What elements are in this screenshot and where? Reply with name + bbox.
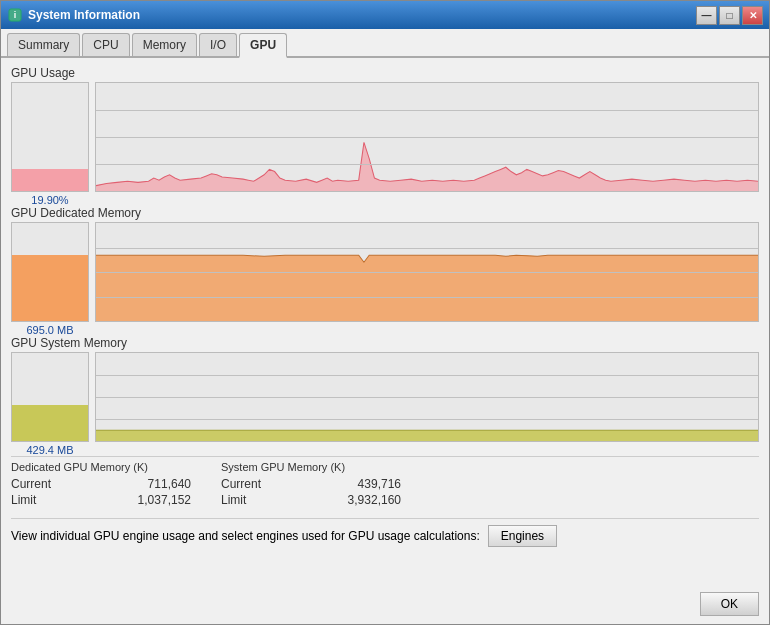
gpu-dedicated-label: GPU Dedicated Memory xyxy=(11,206,759,220)
gpu-dedicated-mini-chart xyxy=(11,222,89,322)
grid-line-5 xyxy=(96,272,758,273)
gpu-system-label: GPU System Memory xyxy=(11,336,759,350)
maximize-button[interactable]: □ xyxy=(719,6,740,25)
engines-bar: View individual GPU engine usage and sel… xyxy=(11,518,759,549)
ok-bar: OK xyxy=(1,586,769,624)
gpu-usage-mini-chart xyxy=(11,82,89,192)
system-stats-header: System GPU Memory (K) xyxy=(221,461,401,473)
gpu-dedicated-value: 695.0 MB xyxy=(26,324,73,336)
dedicated-current-row: Current 711,640 xyxy=(11,476,191,492)
system-limit-row: Limit 3,932,160 xyxy=(221,492,401,508)
dedicated-limit-row: Limit 1,037,152 xyxy=(11,492,191,508)
window-title: System Information xyxy=(28,8,696,22)
grid-line-8 xyxy=(96,397,758,398)
minimize-button[interactable]: — xyxy=(696,6,717,25)
gpu-dedicated-mini-fill xyxy=(12,255,88,321)
gpu-system-section: GPU System Memory 429.4 MB xyxy=(11,336,759,442)
svg-text:i: i xyxy=(14,10,17,20)
gpu-system-mini-chart xyxy=(11,352,89,442)
tab-summary[interactable]: Summary xyxy=(7,33,80,56)
system-current-row: Current 439,716 xyxy=(221,476,401,492)
title-bar: i System Information — □ ✕ xyxy=(1,1,769,29)
gpu-system-main-chart xyxy=(95,352,759,442)
dedicated-stats-group: Dedicated GPU Memory (K) Current 711,640… xyxy=(11,461,191,508)
window-controls: — □ ✕ xyxy=(696,6,763,25)
ok-button[interactable]: OK xyxy=(700,592,759,616)
gpu-usage-label: GPU Usage xyxy=(11,66,759,80)
grid-line-3 xyxy=(96,164,758,165)
grid-line-2 xyxy=(96,137,758,138)
gpu-system-mini-fill xyxy=(12,405,88,441)
grid-line-7 xyxy=(96,375,758,376)
gpu-usage-section: GPU Usage 19.90% xyxy=(11,66,759,192)
grid-line-4 xyxy=(96,248,758,249)
close-button[interactable]: ✕ xyxy=(742,6,763,25)
main-window: i System Information — □ ✕ Summary CPU M… xyxy=(0,0,770,625)
grid-line-9 xyxy=(96,419,758,420)
gpu-dedicated-chart-row: 695.0 MB xyxy=(11,222,759,322)
gpu-usage-chart-row: 19.90% xyxy=(11,82,759,192)
tab-memory[interactable]: Memory xyxy=(132,33,197,56)
bottom-stats: Dedicated GPU Memory (K) Current 711,640… xyxy=(11,456,759,512)
grid-line-1 xyxy=(96,110,758,111)
gpu-usage-mini-fill xyxy=(12,169,88,191)
tab-cpu[interactable]: CPU xyxy=(82,33,129,56)
tab-io[interactable]: I/O xyxy=(199,33,237,56)
dedicated-stats-header: Dedicated GPU Memory (K) xyxy=(11,461,191,473)
gpu-usage-main-chart xyxy=(95,82,759,192)
gpu-usage-value: 19.90% xyxy=(31,194,68,206)
engines-description: View individual GPU engine usage and sel… xyxy=(11,529,480,543)
engines-button[interactable]: Engines xyxy=(488,525,557,547)
main-content: GPU Usage 19.90% xyxy=(1,58,769,586)
gpu-system-value: 429.4 MB xyxy=(26,444,73,456)
system-stats-group: System GPU Memory (K) Current 439,716 Li… xyxy=(221,461,401,508)
tab-bar: Summary CPU Memory I/O GPU xyxy=(1,29,769,58)
gpu-dedicated-section: GPU Dedicated Memory 695.0 MB xyxy=(11,206,759,322)
gpu-dedicated-main-chart xyxy=(95,222,759,322)
tab-gpu[interactable]: GPU xyxy=(239,33,287,58)
gpu-system-chart-row: 429.4 MB xyxy=(11,352,759,442)
grid-line-6 xyxy=(96,297,758,298)
window-icon: i xyxy=(7,7,23,23)
